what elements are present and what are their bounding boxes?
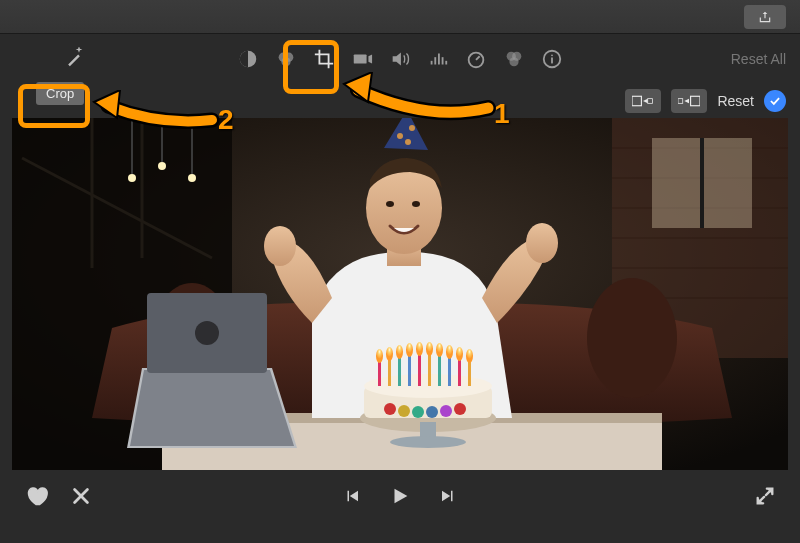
svg-point-32 (158, 162, 166, 170)
svg-rect-15 (632, 96, 641, 105)
tool-icon-row (237, 48, 563, 70)
reset-button[interactable]: Reset (717, 93, 754, 109)
speed-icon[interactable] (465, 48, 487, 70)
svg-rect-18 (691, 96, 700, 105)
previous-frame-button[interactable] (343, 487, 361, 509)
svg-rect-9 (445, 61, 447, 65)
svg-point-51 (405, 139, 411, 145)
svg-point-85 (390, 436, 466, 448)
svg-rect-70 (438, 354, 441, 386)
svg-point-54 (526, 223, 558, 263)
svg-rect-36 (191, 118, 193, 174)
share-button[interactable] (744, 5, 786, 29)
crop-tool-icon[interactable] (313, 48, 335, 70)
svg-point-48 (412, 201, 420, 207)
ken-burns-start-button[interactable] (625, 89, 661, 113)
svg-point-65 (406, 343, 413, 357)
svg-rect-68 (428, 353, 431, 386)
fullscreen-button[interactable] (754, 485, 776, 511)
adjustments-toolbar: Reset All (0, 34, 800, 84)
svg-point-40 (587, 278, 677, 398)
svg-rect-72 (448, 356, 451, 386)
svg-point-3 (281, 57, 290, 66)
svg-point-75 (456, 347, 463, 361)
svg-rect-17 (678, 99, 683, 104)
svg-point-77 (466, 349, 473, 363)
svg-point-33 (188, 174, 196, 182)
svg-rect-58 (378, 360, 381, 386)
ken-burns-end-button[interactable] (671, 89, 707, 113)
svg-point-71 (436, 343, 443, 357)
crop-options-row: Crop Reset (0, 84, 800, 118)
svg-point-79 (398, 405, 410, 417)
share-icon (758, 10, 772, 24)
volume-icon[interactable] (389, 48, 411, 70)
playback-bar (0, 470, 800, 526)
svg-rect-66 (418, 353, 421, 386)
svg-point-73 (446, 345, 453, 359)
filters-icon[interactable] (503, 48, 525, 70)
svg-rect-5 (431, 61, 433, 65)
play-button[interactable] (389, 485, 411, 511)
svg-rect-62 (398, 356, 401, 386)
stabilization-icon[interactable] (351, 48, 373, 70)
svg-rect-4 (354, 54, 367, 63)
svg-rect-60 (388, 358, 391, 386)
preview-area (0, 118, 800, 470)
magic-wand-icon[interactable] (64, 47, 84, 72)
svg-rect-6 (434, 57, 436, 64)
svg-point-31 (128, 174, 136, 182)
svg-point-59 (376, 349, 383, 363)
svg-rect-7 (438, 54, 440, 65)
svg-point-44 (195, 321, 219, 345)
reset-all-button[interactable]: Reset All (731, 51, 786, 67)
video-preview[interactable] (12, 118, 788, 470)
svg-rect-8 (442, 57, 444, 64)
svg-point-63 (396, 345, 403, 359)
svg-point-82 (440, 405, 452, 417)
svg-point-81 (426, 406, 438, 418)
svg-rect-34 (131, 118, 133, 174)
svg-rect-76 (468, 360, 471, 386)
svg-point-13 (509, 57, 518, 66)
svg-rect-16 (648, 99, 653, 104)
noise-reduction-icon[interactable] (427, 48, 449, 70)
svg-point-47 (386, 201, 394, 207)
svg-point-50 (409, 125, 415, 131)
preview-image (12, 118, 788, 470)
svg-rect-35 (161, 118, 163, 162)
crop-mode-button[interactable]: Crop (36, 82, 84, 105)
color-correction-icon[interactable] (275, 48, 297, 70)
next-frame-button[interactable] (439, 487, 457, 509)
svg-point-80 (412, 406, 424, 418)
svg-rect-74 (458, 358, 461, 386)
apply-button[interactable] (764, 90, 786, 112)
titlebar (0, 0, 800, 34)
favorite-button[interactable] (24, 485, 48, 511)
svg-point-69 (426, 342, 433, 356)
svg-rect-64 (408, 354, 411, 386)
svg-point-49 (397, 133, 403, 139)
svg-point-78 (384, 403, 396, 415)
svg-point-53 (264, 226, 296, 266)
reject-button[interactable] (70, 485, 92, 511)
info-icon[interactable] (541, 48, 563, 70)
svg-point-83 (454, 403, 466, 415)
color-balance-icon[interactable] (237, 48, 259, 70)
svg-point-67 (416, 342, 423, 356)
svg-point-61 (386, 347, 393, 361)
